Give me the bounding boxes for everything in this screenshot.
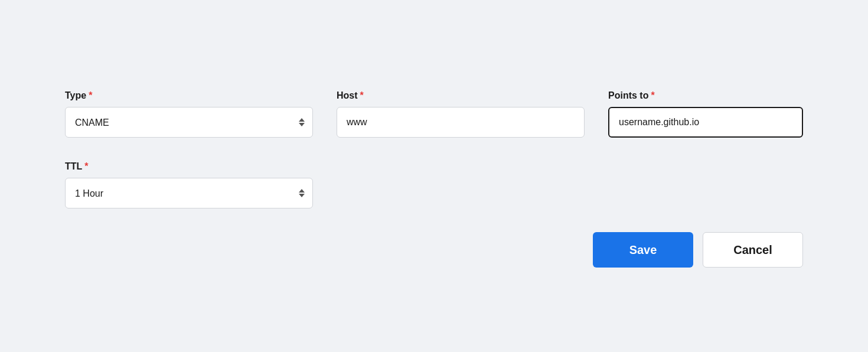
type-required-star: * [89, 90, 92, 101]
bottom-row: TTL * 1 Hour 30 Minutes 5 Minutes 1 Minu… [65, 161, 803, 208]
host-required-star: * [360, 90, 364, 101]
ttl-select-wrapper: 1 Hour 30 Minutes 5 Minutes 1 Minute 4 H… [65, 178, 313, 208]
points-to-input[interactable] [608, 107, 803, 138]
host-input[interactable] [337, 107, 585, 138]
points-to-required-star: * [651, 90, 654, 101]
points-to-field-group: Points to * [608, 90, 803, 138]
type-label: Type * [65, 90, 313, 101]
points-to-label: Points to * [608, 90, 803, 101]
ttl-label-text: TTL [65, 161, 82, 172]
form-container: Type * CNAME A AAAA MX TXT NS SRV CAA [30, 55, 838, 297]
type-field-group: Type * CNAME A AAAA MX TXT NS SRV CAA [65, 90, 313, 138]
save-button[interactable]: Save [593, 232, 693, 268]
type-select[interactable]: CNAME A AAAA MX TXT NS SRV CAA [65, 107, 313, 138]
action-buttons: Save Cancel [65, 232, 803, 268]
top-row: Type * CNAME A AAAA MX TXT NS SRV CAA [65, 90, 803, 138]
host-label: Host * [337, 90, 585, 101]
ttl-field-group: TTL * 1 Hour 30 Minutes 5 Minutes 1 Minu… [65, 161, 313, 208]
ttl-required-star: * [84, 161, 88, 172]
ttl-label: TTL * [65, 161, 313, 172]
type-label-text: Type [65, 90, 86, 101]
cancel-button[interactable]: Cancel [703, 232, 803, 268]
host-field-group: Host * [337, 90, 585, 138]
type-select-wrapper: CNAME A AAAA MX TXT NS SRV CAA [65, 107, 313, 138]
ttl-select[interactable]: 1 Hour 30 Minutes 5 Minutes 1 Minute 4 H… [65, 178, 313, 208]
host-label-text: Host [337, 90, 358, 101]
points-to-label-text: Points to [608, 90, 648, 101]
